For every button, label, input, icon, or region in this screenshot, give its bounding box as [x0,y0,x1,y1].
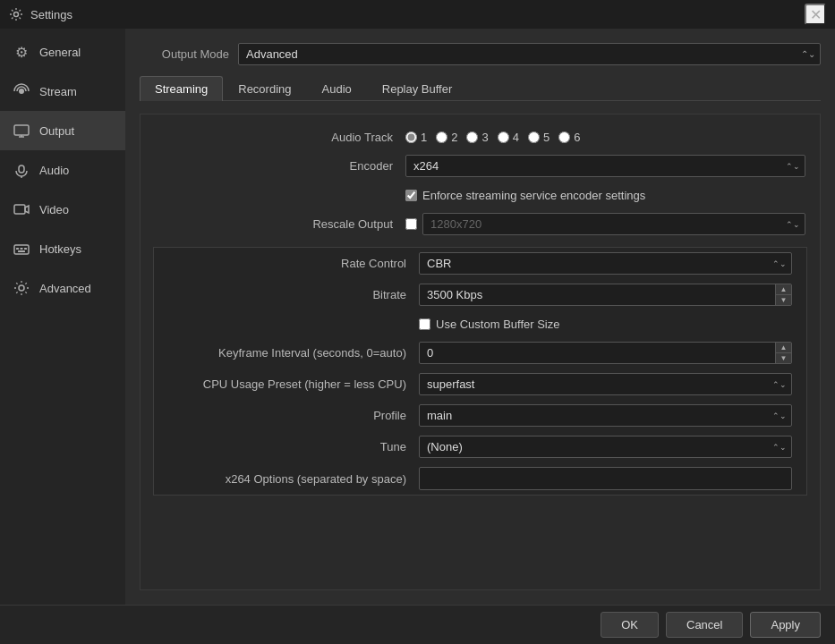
audio-icon [13,161,30,179]
svg-rect-7 [21,248,23,250]
bitrate-spinner: ▲ ▼ [419,284,792,306]
close-button[interactable]: ✕ [805,4,826,25]
track-5-radio[interactable]: 5 [528,131,550,144]
svg-rect-3 [19,165,24,173]
sidebar-item-hotkeys[interactable]: Hotkeys [0,229,125,268]
tune-select[interactable]: (None) film animation grain stillimage f… [419,436,792,458]
audio-track-control: 1 2 3 4 [405,131,805,144]
svg-rect-2 [14,125,29,135]
streaming-form: Audio Track 1 2 [140,114,821,590]
keyframe-control: ▲ ▼ [419,342,792,364]
svg-point-0 [14,13,19,17]
sidebar-label-advanced: Advanced [39,282,91,295]
enforce-row: Enforce streaming service encoder settin… [141,182,820,208]
tab-recording[interactable]: Recording [223,76,306,101]
tab-streaming[interactable]: Streaming [140,76,223,101]
enforce-checkbox[interactable] [405,190,417,201]
sidebar-item-video[interactable]: Video [0,190,125,229]
track-2-radio[interactable]: 2 [436,131,457,144]
tune-control: (None) film animation grain stillimage f… [419,436,792,458]
rate-control-control: CBR VBR ABR CRF CQP [419,252,792,275]
custom-buffer-checkbox[interactable] [419,318,430,330]
audio-track-label: Audio Track [155,131,405,144]
window-title: Settings [30,8,72,21]
bitrate-row: Bitrate ▲ ▼ [154,279,806,310]
svg-point-1 [19,89,24,94]
cpu-preset-row: CPU Usage Preset (higher = less CPU) ult… [154,369,806,400]
track-4-radio[interactable]: 4 [498,131,519,144]
track-6-radio[interactable]: 6 [558,131,580,144]
bitrate-up-button[interactable]: ▲ [775,284,791,295]
custom-buffer-label-text: Use Custom Buffer Size [436,318,559,331]
svg-point-10 [19,285,24,291]
svg-rect-6 [16,248,19,250]
apply-button[interactable]: Apply [750,612,821,638]
rescale-control: 1280x720 [405,213,805,235]
keyframe-spinner: ▲ ▼ [419,342,792,364]
rescale-label: Rescale Output [155,217,405,231]
main-content: ⚙ General Stream [0,29,835,605]
advanced-icon [13,279,30,297]
rescale-inner: 1280x720 [405,213,805,235]
enforce-control: Enforce streaming service encoder settin… [405,189,805,202]
x264-options-control [419,467,792,490]
output-mode-label: Output Mode [140,47,229,61]
output-mode-select-wrapper: Simple Advanced ⌃⌄ [238,43,821,65]
svg-rect-9 [18,250,25,252]
sidebar-item-audio[interactable]: Audio [0,150,125,190]
profile-select[interactable]: baseline main high [419,404,792,427]
keyframe-input[interactable] [419,342,792,364]
sidebar-label-general: General [39,46,81,59]
profile-control: baseline main high [419,404,792,427]
tab-audio[interactable]: Audio [307,76,367,101]
keyframe-label: Keyframe Interval (seconds, 0=auto) [168,346,419,360]
track-3-radio[interactable]: 3 [466,131,488,144]
sidebar-label-stream: Stream [39,85,77,98]
general-icon: ⚙ [13,43,30,61]
output-icon [13,122,30,140]
output-mode-select[interactable]: Simple Advanced [238,43,821,65]
x264-options-label: x264 Options (separated by space) [168,472,419,486]
bitrate-down-button[interactable]: ▼ [775,295,791,305]
hotkeys-icon [13,240,30,258]
tune-select-wrapper: (None) film animation grain stillimage f… [419,436,792,458]
keyframe-down-button[interactable]: ▼ [775,353,791,363]
sidebar-item-stream[interactable]: Stream [0,72,125,111]
keyframe-up-button[interactable]: ▲ [775,343,791,353]
x264-options-input[interactable] [419,467,792,490]
rate-control-row: Rate Control CBR VBR ABR CRF CQP [154,248,806,279]
custom-buffer-control: Use Custom Buffer Size [419,318,792,331]
rescale-row: Rescale Output 1280x720 [141,208,820,240]
encoder-label: Encoder [155,159,405,173]
track-1-radio[interactable]: 1 [405,131,427,144]
tab-replay-buffer[interactable]: Replay Buffer [367,76,468,101]
tune-label: Tune [168,440,419,453]
profile-label: Profile [168,409,419,422]
sidebar-item-output[interactable]: Output [0,111,125,150]
profile-row: Profile baseline main high [154,400,806,431]
cpu-preset-select-wrapper: ultrafast superfast veryfast faster fast… [419,373,792,395]
rescale-select[interactable]: 1280x720 [422,213,805,235]
custom-buffer-row: Use Custom Buffer Size [154,310,806,337]
encoder-control: x264 NVENC H.264 AMD H.264 [405,155,805,177]
sidebar-label-audio: Audio [39,164,69,177]
bitrate-label: Bitrate [168,288,419,301]
rate-control-select[interactable]: CBR VBR ABR CRF CQP [419,252,792,275]
bitrate-control: ▲ ▼ [419,284,792,306]
profile-select-wrapper: baseline main high [419,404,792,427]
cpu-preset-select[interactable]: ultrafast superfast veryfast faster fast… [419,373,792,395]
enforce-label-text: Enforce streaming service encoder settin… [422,189,645,202]
cpu-preset-label: CPU Usage Preset (higher = less CPU) [168,377,419,391]
stream-icon [13,82,30,100]
encoder-select[interactable]: x264 NVENC H.264 AMD H.264 [405,155,805,177]
custom-buffer-checkbox-label[interactable]: Use Custom Buffer Size [419,318,559,331]
bitrate-input[interactable] [419,284,792,306]
ok-button[interactable]: OK [601,612,659,638]
sidebar-label-video: Video [39,203,69,216]
rescale-checkbox[interactable] [405,218,417,230]
sidebar-item-general[interactable]: ⚙ General [0,32,125,72]
cancel-button[interactable]: Cancel [666,612,743,638]
sidebar-item-advanced[interactable]: Advanced [0,268,125,308]
x264-options-row: x264 Options (separated by space) [154,462,806,495]
enforce-checkbox-label[interactable]: Enforce streaming service encoder settin… [405,189,645,202]
